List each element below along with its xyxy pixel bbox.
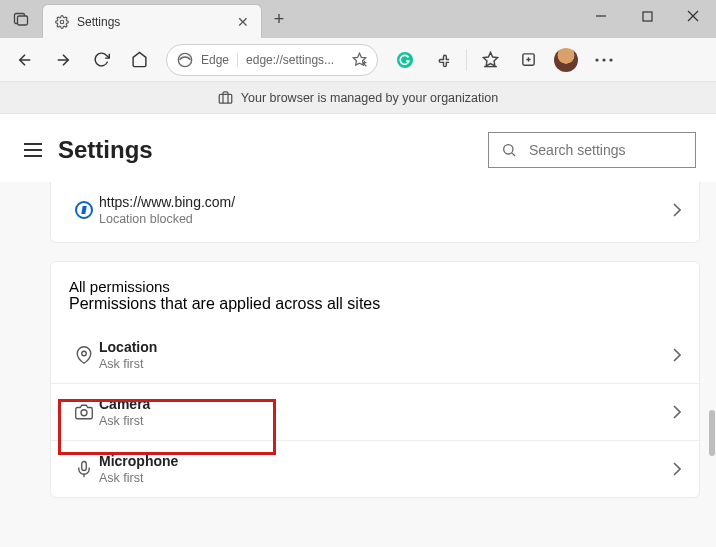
bing-favicon-icon xyxy=(69,201,99,219)
favorite-star-icon[interactable] xyxy=(352,52,367,67)
menu-button[interactable] xyxy=(20,137,46,163)
maximize-button[interactable] xyxy=(624,0,670,32)
browser-tab[interactable]: Settings ✕ xyxy=(42,4,262,38)
permission-status: Ask first xyxy=(99,471,673,485)
camera-icon xyxy=(69,403,99,421)
back-button[interactable] xyxy=(8,43,42,77)
address-prefix: Edge xyxy=(201,53,238,67)
gear-icon xyxy=(55,15,69,29)
recent-site-status: Location blocked xyxy=(99,212,673,226)
managed-infobar: Your browser is managed by your organiza… xyxy=(0,82,716,114)
close-tab-icon[interactable]: ✕ xyxy=(235,14,251,30)
address-url: edge://settings... xyxy=(246,53,344,67)
extension-grammarly-icon[interactable] xyxy=(388,43,422,77)
search-box[interactable] xyxy=(488,132,696,168)
permission-label: Camera xyxy=(99,396,673,412)
chevron-right-icon xyxy=(673,405,681,419)
settings-header: Settings xyxy=(0,114,716,182)
chevron-right-icon xyxy=(673,348,681,362)
divider xyxy=(466,49,467,71)
permission-status: Ask first xyxy=(99,357,673,371)
section-subtitle: Permissions that are applied across all … xyxy=(69,295,681,313)
tab-actions-icon[interactable] xyxy=(0,0,42,38)
svg-point-28 xyxy=(81,410,87,416)
new-tab-button[interactable]: + xyxy=(262,0,296,38)
all-permissions-card: All permissions Permissions that are app… xyxy=(50,261,700,498)
search-icon xyxy=(501,142,517,158)
permission-camera-row[interactable]: Camera Ask first xyxy=(51,384,699,440)
browser-toolbar: Edge edge://settings... xyxy=(0,38,716,82)
svg-marker-13 xyxy=(483,52,497,65)
svg-rect-4 xyxy=(643,12,652,21)
search-input[interactable] xyxy=(529,142,704,158)
microphone-icon xyxy=(69,460,99,478)
close-window-button[interactable] xyxy=(670,0,716,32)
section-title: All permissions xyxy=(69,278,681,295)
permission-label: Microphone xyxy=(99,453,673,469)
svg-rect-21 xyxy=(219,94,232,103)
permission-location-row[interactable]: Location Ask first xyxy=(51,327,699,383)
window-controls xyxy=(578,0,716,32)
recent-site-row[interactable]: https://www.bing.com/ Location blocked xyxy=(51,182,699,242)
svg-rect-1 xyxy=(18,16,28,25)
home-button[interactable] xyxy=(122,43,156,77)
svg-point-27 xyxy=(82,351,87,356)
refresh-button[interactable] xyxy=(84,43,118,77)
permission-status: Ask first xyxy=(99,414,673,428)
more-menu-icon[interactable] xyxy=(587,43,621,77)
favorites-icon[interactable] xyxy=(473,43,507,77)
scrollbar-thumb[interactable] xyxy=(709,410,715,456)
briefcase-icon xyxy=(218,90,233,105)
recent-activity-card: https://www.bing.com/ Location blocked xyxy=(50,182,700,243)
recent-site-url: https://www.bing.com/ xyxy=(99,194,673,210)
tab-title: Settings xyxy=(77,15,227,29)
settings-content: Settings https://www.bing.com/ Location … xyxy=(0,114,716,547)
minimize-button[interactable] xyxy=(578,0,624,32)
svg-point-19 xyxy=(602,58,605,61)
chevron-right-icon xyxy=(673,462,681,476)
svg-line-26 xyxy=(512,153,515,156)
collections-icon[interactable] xyxy=(511,43,545,77)
window-titlebar: Settings ✕ + xyxy=(0,0,716,38)
edge-logo-icon xyxy=(177,52,193,68)
section-header: All permissions Permissions that are app… xyxy=(51,262,699,317)
extensions-icon[interactable] xyxy=(426,43,460,77)
chevron-right-icon xyxy=(673,203,681,217)
profile-avatar[interactable] xyxy=(549,43,583,77)
svg-point-25 xyxy=(504,145,513,154)
permission-label: Location xyxy=(99,339,673,355)
permission-microphone-row[interactable]: Microphone Ask first xyxy=(51,441,699,497)
svg-point-20 xyxy=(609,58,612,61)
location-icon xyxy=(69,346,99,364)
svg-rect-29 xyxy=(82,462,87,471)
forward-button[interactable] xyxy=(46,43,80,77)
page-title: Settings xyxy=(58,136,153,164)
managed-message: Your browser is managed by your organiza… xyxy=(241,91,498,105)
address-bar[interactable]: Edge edge://settings... xyxy=(166,44,378,76)
svg-point-2 xyxy=(60,20,64,24)
svg-point-18 xyxy=(595,58,598,61)
